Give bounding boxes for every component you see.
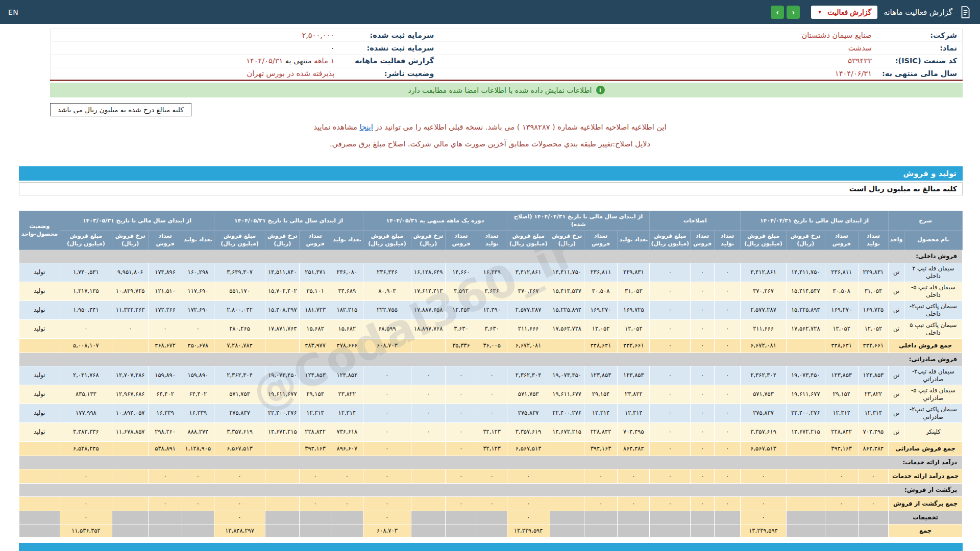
section-label: فروش صادراتی: [19,353,963,366]
value-cell: ۶۰۸,۷۰۳ [363,338,411,353]
company-info-table: شرکت:صنایع سیمان دشتستانسرمایه ثبت شده:۲… [50,29,963,81]
value-cell [149,524,182,537]
value-cell: ۳۹۴,۱۶۳ [300,441,331,456]
value-cell [112,496,148,511]
value-cell: ۱۱۷,۶۹۰ [182,282,214,300]
product-row: سیمان پاکتی تیپ۲- داخلیتن۱۶۹,۷۲۵۱۶۹,۲۷۰۱… [19,300,963,319]
value-cell: ۲۳,۸۲۲ [858,385,888,404]
value-cell [477,524,507,537]
value-cell [786,524,825,537]
value-cell: ۳,۶۳۰ [446,319,477,338]
unit-cell: تن [889,300,904,319]
value-cell: ۲,۳۶۲,۳۰۴ [214,366,265,385]
value-cell: ۶,۶۷۲,۰۸۱ [507,338,550,353]
value-cell [786,496,825,511]
value-cell: ۱۲۳,۸۵۳ [300,366,331,385]
value-cell: ۲۲۹,۸۳۱ [618,263,650,282]
subheader-qty-produced: تعداد تولید [477,230,507,249]
value-cell: ۳۲,۱۲۳ [477,422,507,441]
value-cell: ۱۸۲,۲۱۵ [331,300,363,319]
grand-row: جمع۱۳,۲۳۹,۵۹۴۱۳,۲۳۹,۵۹۴۶۰۸,۷۰۳۱۳,۸۴۸,۲۹۷… [19,524,963,537]
value-cell: ۳,۶۳۰ [477,319,507,338]
info-value: ۵۳۹۴۳۳ [439,55,877,67]
value-cell: ۰ [507,469,550,483]
table-subheader-row: نام محصول واحد تعداد تولید تعداد فروش نر… [19,230,963,249]
value-cell: ۰ [60,496,112,511]
value-cell [477,511,507,524]
status-cell [19,469,60,483]
value-cell [550,338,584,353]
value-cell [265,469,300,483]
company-info-body: شرکت:صنایع سیمان دشتستانسرمایه ثبت شده:۲… [51,29,963,81]
value-cell: ۰ [741,469,787,483]
value-cell: ۰ [650,441,691,456]
value-cell: ۰ [858,469,888,483]
value-cell: ۱۶۹,۲۷۰ [584,300,617,319]
value-cell: ۰ [650,385,691,404]
value-cell: ۰ [363,385,411,404]
value-cell: ۰ [691,496,715,511]
value-cell: ۶۰۸,۷۰۳ [363,524,411,537]
product-row: سیمان پاکتی تیپ ۵ داخلیتن۱۲,۰۵۲۱۲,۰۵۲۱۷,… [19,319,963,338]
value-cell: ۰ [214,469,265,483]
value-cell: ۰ [691,263,715,282]
value-cell: ۲,۵۷۷,۲۸۷ [507,300,550,319]
value-cell: ۲۳۶,۸۱۱ [825,263,858,282]
value-cell: ۰ [112,319,148,338]
subheader-qty-produced: تعداد تولید [858,230,888,249]
value-cell: ۰ [618,496,650,511]
value-cell: ۲۷۵,۸۳۷ [507,404,550,422]
unit-cell: تن [889,422,904,441]
value-cell: ۱۴,۶۶۰ [446,263,477,282]
value-cell: ۱۵,۴۰۸,۲۹۷ [265,300,300,319]
next-report-button[interactable]: › [771,6,784,19]
value-cell [650,511,691,524]
value-cell: ۵۳۸,۸۹۱ [149,441,182,456]
value-cell: ۱۶۹,۷۲۵ [618,300,650,319]
value-cell: ۰ [182,319,214,338]
value-cell: ۰ [691,366,715,385]
value-cell: ۶۸,۵۹۹ [363,319,411,338]
previous-report-button[interactable]: ‹ [787,6,800,19]
value-cell: ۱,۹۵۰,۴۴۱ [60,300,112,319]
value-cell: ۰ [60,319,112,338]
value-cell: ۸۹۶,۶۰۷ [331,441,363,456]
value-cell: ۱,۳۱۷,۱۳۵ [60,282,112,300]
info-value: پذیرفته شده در بورس تهران [51,67,340,81]
value-cell: ۰ [650,300,691,319]
value-cell: ۰ [477,496,507,511]
subheader-qty-sold: تعداد فروش [691,230,715,249]
value-cell: ۱۷۲,۶۹۰ [182,300,214,319]
amendment-line1-post: مشاهده نمایید [313,123,357,131]
value-cell: ۴۴۲,۶۶۱ [618,338,650,353]
value-cell: ۱۹,۰۷۳,۴۵۰ [265,366,300,385]
value-cell: ۱۳,۸۴۸,۲۹۷ [214,524,265,537]
info-value: ۰ [51,42,340,55]
report-type-dropdown-label: گزارش فعالیت [827,8,871,16]
value-cell: ۰ [650,282,691,300]
value-cell: ۳,۴۱۲,۸۶۱ [741,263,787,282]
value-cell: ۳,۳۵۷,۶۱۹ [507,422,550,441]
subheader-qty-produced: تعداد تولید [182,230,214,249]
value-cell: ۱۵,۷۰۲,۴۰۲ [265,282,300,300]
value-cell: ۳,۳۵۷,۶۱۹ [741,422,787,441]
value-cell: ۰ [741,496,787,511]
value-cell: ۱۲,۰۵۲ [618,319,650,338]
language-switch-en[interactable]: EN [8,8,18,16]
value-cell [825,511,858,524]
previous-version-link[interactable]: اینجا [359,123,373,131]
value-cell: ۲۹,۱۵۴ [300,385,331,404]
total-row: جمع فروش داخلی۴۴۲,۶۶۱۴۴۸,۶۴۱۶,۶۷۲,۰۸۱۰۰۰… [19,338,963,353]
value-cell: ۱۹,۶۱۱,۶۷۷ [786,385,825,404]
section-row: فروش داخلی: [19,249,963,263]
report-type-dropdown[interactable]: گزارش فعالیت ▼ [811,6,877,19]
unit-cell: تن [889,404,904,422]
value-cell [691,524,715,537]
value-cell: ۱۲,۳۱۴ [825,404,858,422]
value-cell: ۱۵,۶۸۲ [300,319,331,338]
value-cell: ۳۹۴,۱۶۳ [825,441,858,456]
value-cell [550,511,584,524]
info-label: نماد: [877,42,963,55]
info-row: سال مالی منتهی به:۱۴۰۴/۰۶/۳۱وضعیت ناشر:پ… [51,67,963,81]
value-cell: ۰ [507,511,550,524]
